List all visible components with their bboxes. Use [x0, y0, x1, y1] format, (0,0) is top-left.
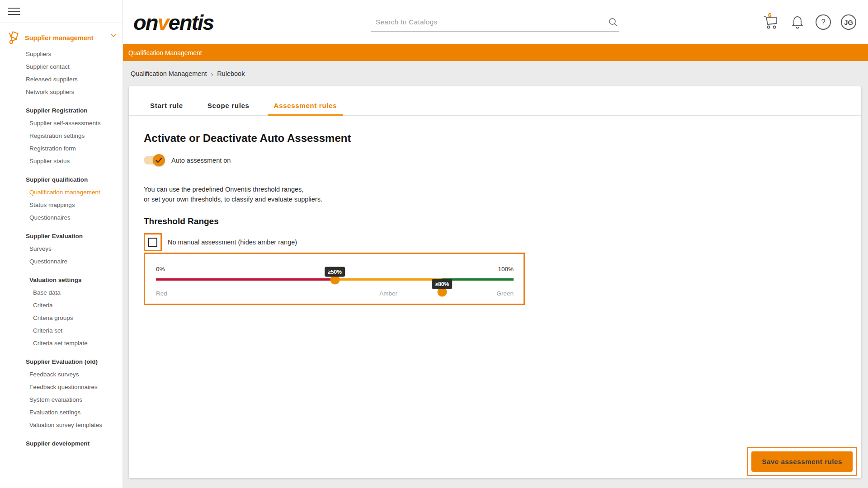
sidebar-section-supplier-evaluation-old[interactable]: Supplier Evaluation (old): [0, 355, 123, 368]
bell-icon[interactable]: [789, 14, 806, 30]
sidebar-section-supplier-registration[interactable]: Supplier Registration: [0, 104, 123, 117]
cart-badge: 6: [768, 12, 772, 19]
check-icon: [156, 158, 162, 163]
page-banner-title: Qualification Management: [128, 49, 202, 56]
tab-assessment-rules[interactable]: Assessment rules: [268, 97, 344, 115]
slider-zone-labels: Red Amber Green: [156, 290, 514, 298]
slider-max-label: 100%: [498, 266, 514, 272]
sidebar-section-valuation-settings[interactable]: Valuation settings: [0, 273, 123, 286]
breadcrumb-rulebook[interactable]: Rulebook: [217, 70, 245, 77]
auto-assessment-toggle-row: Auto assessment on: [144, 156, 861, 164]
zone-label-red: Red: [156, 290, 167, 297]
slider-segment-amber: [335, 278, 442, 281]
section-title-auto-assessment: Activate or Deactivate Auto Assessment: [144, 132, 861, 145]
sidebar-nav: Supplier management Suppliers Supplier c…: [0, 23, 123, 450]
toggle-label: Auto assessment on: [171, 157, 231, 164]
sidebar-section-supplier-evaluation[interactable]: Supplier Evaluation: [0, 230, 123, 242]
sidebar-top-bar: [0, 0, 123, 23]
sidebar-item-feedback-questionnaires[interactable]: Feedback questionnaires: [0, 380, 123, 393]
app-header: onventis 6: [123, 0, 868, 44]
zone-label-green: Green: [496, 290, 514, 297]
sidebar-item-registration-form[interactable]: Registration form: [0, 142, 123, 155]
sidebar-item-supplier-status[interactable]: Supplier status: [0, 155, 123, 167]
header-icons: 6 ? JG: [762, 0, 856, 44]
slider-tooltip-50: ≥50%: [325, 267, 345, 277]
no-manual-assessment-row: No manual assessment (hides amber range): [144, 233, 861, 251]
description-text: You can use the predefined Onventis thre…: [144, 184, 861, 204]
sidebar-section-supplier-development[interactable]: Supplier development: [0, 437, 123, 450]
auto-assessment-toggle[interactable]: [144, 156, 164, 164]
no-manual-assessment-checkbox[interactable]: [148, 238, 157, 247]
tab-scope-rules[interactable]: Scope rules: [201, 97, 256, 115]
section-title-threshold-ranges: Threshold Ranges: [144, 216, 861, 226]
sidebar-item-registration-settings[interactable]: Registration settings: [0, 129, 123, 142]
slider-tooltip-80: ≥80%: [432, 279, 452, 289]
sidebar-item-supplier-contact[interactable]: Supplier contact: [0, 60, 123, 73]
sidebar-item-questionnaire[interactable]: Questionnaire: [0, 255, 123, 267]
avatar[interactable]: JG: [841, 14, 856, 30]
sidebar-item-base-data[interactable]: Base data: [0, 286, 123, 299]
zone-label-amber: Amber: [379, 290, 397, 297]
sidebar-item-suppliers[interactable]: Suppliers: [0, 47, 123, 60]
page-banner: Qualification Management: [123, 44, 868, 61]
slider-segment-green: [442, 278, 514, 281]
description-line-1: You can use the predefined Onventis thre…: [144, 184, 861, 194]
save-button-annotation-box: Save assessment rules: [747, 447, 857, 476]
search-icon[interactable]: [608, 17, 618, 28]
sidebar-item-criteria-set[interactable]: Criteria set: [0, 324, 123, 337]
slider-segment-red: [156, 278, 335, 281]
chevron-down-icon: [111, 34, 116, 38]
sidebar-item-supplier-self-assessments[interactable]: Supplier self-assessments: [0, 117, 123, 129]
slider-handle-50[interactable]: ≥50%: [330, 275, 340, 284]
sidebar-item-supplier-management[interactable]: Supplier management: [0, 28, 123, 47]
help-icon[interactable]: ?: [816, 14, 831, 30]
sidebar-item-surveys[interactable]: Surveys: [0, 242, 123, 255]
cart-icon[interactable]: 6: [762, 14, 779, 31]
breadcrumb-qualification-management[interactable]: Qualification Management: [131, 70, 207, 77]
main-column: onventis 6: [123, 0, 868, 488]
assessment-rules-panel: Activate or Deactivate Auto Assessment A…: [129, 116, 861, 305]
hamburger-menu-icon[interactable]: [8, 5, 20, 17]
sidebar-item-released-suppliers[interactable]: Released suppliers: [0, 73, 123, 85]
search-input[interactable]: [371, 18, 608, 26]
sidebar-item-label: Supplier management: [25, 34, 93, 42]
checkbox-annotation-box: [144, 233, 162, 251]
sidebar: Supplier management Suppliers Supplier c…: [0, 0, 123, 488]
sidebar-item-criteria-set-template[interactable]: Criteria set template: [0, 337, 123, 349]
checkbox-label: No manual assessment (hides amber range): [168, 239, 297, 246]
sidebar-item-system-evaluations[interactable]: System evaluations: [0, 393, 123, 406]
catalog-search: [371, 13, 619, 32]
threshold-slider-track[interactable]: ≥50% ≥80%: [156, 278, 514, 281]
sidebar-item-questionnaires[interactable]: Questionnaires: [0, 211, 123, 224]
sidebar-item-qualification-management[interactable]: Qualification management: [0, 186, 123, 198]
threshold-slider-annotation-box: 0% 100% ≥50% ≥80% Red Amber: [144, 253, 525, 305]
sidebar-item-criteria-groups[interactable]: Criteria groups: [0, 311, 123, 324]
breadcrumb: Qualification Management › Rulebook: [123, 61, 868, 86]
sidebar-item-feedback-surveys[interactable]: Feedback surveys: [0, 368, 123, 380]
slider-min-label: 0%: [156, 266, 165, 272]
breadcrumb-separator-icon: ›: [211, 69, 213, 79]
sidebar-item-status-mappings[interactable]: Status mappings: [0, 198, 123, 211]
description-line-2: or set your own thresholds, to classify …: [144, 194, 861, 204]
tab-bar: Start rule Scope rules Assessment rules: [129, 86, 861, 116]
sidebar-section-supplier-qualification[interactable]: Supplier qualification: [0, 173, 123, 186]
save-assessment-rules-button[interactable]: Save assessment rules: [751, 451, 853, 472]
onventis-logo: onventis: [133, 10, 213, 35]
sidebar-item-network-suppliers[interactable]: Network suppliers: [0, 85, 123, 98]
sidebar-item-valuation-survey-templates[interactable]: Valuation survey templates: [0, 418, 123, 431]
tab-start-rule[interactable]: Start rule: [144, 97, 189, 115]
content-card: Start rule Scope rules Assessment rules …: [129, 86, 861, 478]
sidebar-item-criteria[interactable]: Criteria: [0, 299, 123, 311]
toggle-thumb: [153, 154, 165, 166]
handtruck-icon: [6, 31, 20, 45]
sidebar-item-evaluation-settings[interactable]: Evaluation settings: [0, 406, 123, 418]
